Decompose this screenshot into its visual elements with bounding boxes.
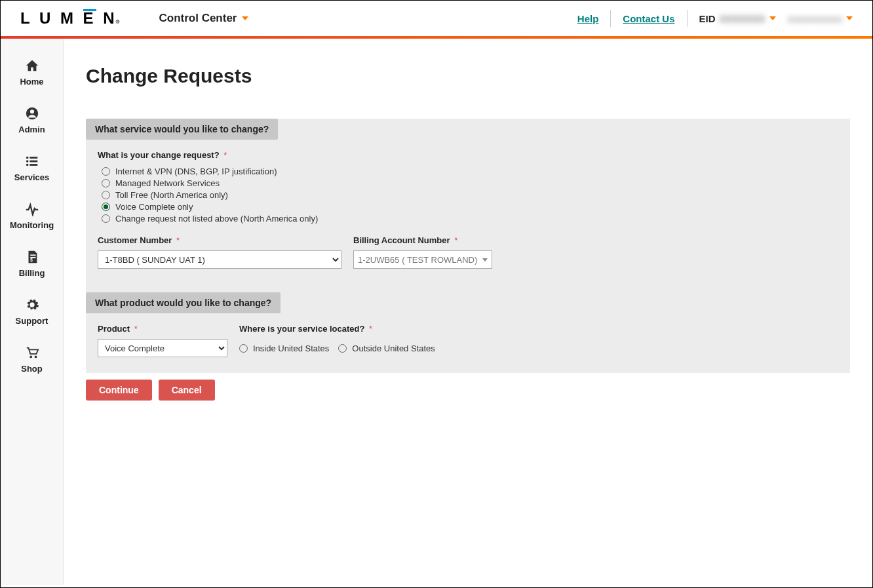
sidebar-item-label: Services: [14, 172, 50, 182]
sidebar-item-label: Shop: [21, 364, 43, 374]
required-asterisk: *: [223, 150, 227, 160]
sidebar-item-label: Home: [20, 77, 43, 87]
sidebar-item-admin[interactable]: Admin: [1, 106, 63, 134]
chevron-down-icon: [846, 16, 853, 20]
sidebar: Home Admin Services Monitoring $ Billing…: [1, 39, 64, 585]
chevron-down-icon: [242, 16, 248, 20]
eid-label: EID: [699, 13, 716, 24]
user-dropdown[interactable]: xxxxxxxxxx: [788, 13, 853, 24]
product-select[interactable]: Voice Complete: [98, 339, 227, 357]
required-asterisk: *: [176, 235, 180, 245]
svg-point-11: [29, 356, 32, 359]
section2-heading: What product would you like to change?: [86, 292, 281, 313]
radio-label: Inside United States: [253, 343, 329, 353]
activity-icon: [25, 202, 39, 216]
svg-rect-3: [29, 157, 37, 159]
required-asterisk: *: [454, 235, 457, 245]
radio-label: Outside United States: [352, 343, 435, 353]
home-icon: [25, 58, 39, 73]
radio-label: Toll Free (North America only): [115, 190, 228, 200]
user-value: xxxxxxxxxx: [788, 13, 842, 24]
radio-icon: [102, 214, 110, 223]
svg-rect-5: [29, 161, 37, 163]
radio-label: Managed Network Services: [115, 178, 220, 188]
section-service-change: What service would you like to change? W…: [86, 119, 850, 284]
svg-point-6: [26, 164, 28, 167]
sidebar-item-label: Monitoring: [10, 220, 54, 230]
sidebar-item-billing[interactable]: $ Billing: [1, 250, 63, 278]
radio-inside-us[interactable]: Inside United States: [239, 343, 329, 353]
svg-rect-7: [29, 164, 37, 166]
chevron-down-icon: [769, 16, 776, 20]
header-right: Help Contact Us EID XXXXXXX xxxxxxxxxx: [577, 10, 853, 27]
customer-number-select[interactable]: 1-T8BD ( SUNDAY UAT 1): [98, 250, 341, 269]
change-request-radios: Internet & VPN (DNS, BGP, IP justificati…: [102, 167, 838, 224]
svg-point-2: [26, 157, 28, 159]
billing-account-value: 1-2UWB65 ( TEST ROWLAND): [358, 255, 477, 265]
sidebar-item-label: Billing: [19, 268, 45, 278]
billing-account-label: Billing Account Number: [353, 235, 450, 245]
location-label: Where is your service located?: [239, 324, 364, 334]
svg-point-12: [34, 356, 37, 359]
radio-managed-network[interactable]: Managed Network Services: [102, 178, 838, 188]
sidebar-item-label: Support: [16, 316, 48, 326]
page-title: Change Requests: [86, 65, 850, 87]
section1-heading: What service would you like to change?: [86, 119, 278, 140]
eid-value: XXXXXXX: [720, 13, 766, 24]
brand-logo: L U M E N®: [20, 9, 119, 28]
required-asterisk: *: [134, 324, 138, 334]
control-center-dropdown[interactable]: Control Center: [159, 12, 248, 25]
billing-icon: $: [25, 250, 39, 264]
continue-button[interactable]: Continue: [86, 380, 152, 401]
cart-icon: [25, 345, 39, 360]
radio-label: Internet & VPN (DNS, BGP, IP justificati…: [115, 167, 277, 176]
action-buttons: Continue Cancel: [86, 380, 850, 401]
help-link[interactable]: Help: [577, 13, 599, 24]
svg-text:$: $: [30, 258, 33, 263]
change-request-label: What is your change request?: [98, 150, 220, 160]
cancel-button[interactable]: Cancel: [159, 380, 215, 401]
sidebar-item-home[interactable]: Home: [1, 58, 63, 87]
divider: [610, 10, 611, 27]
eid-dropdown[interactable]: EID XXXXXXX: [699, 13, 776, 24]
radio-icon: [102, 203, 110, 211]
radio-label: Voice Complete only: [115, 202, 193, 212]
radio-not-listed[interactable]: Change request not listed above (North A…: [102, 214, 838, 224]
radio-icon: [102, 191, 110, 199]
radio-toll-free[interactable]: Toll Free (North America only): [102, 190, 838, 200]
product-label: Product: [98, 324, 130, 334]
radio-label: Change request not listed above (North A…: [115, 214, 318, 224]
content-area: Change Requests What service would you l…: [64, 39, 872, 585]
sidebar-item-support[interactable]: Support: [1, 298, 63, 326]
gear-icon: [25, 298, 39, 312]
control-center-label: Control Center: [159, 12, 237, 25]
sidebar-item-shop[interactable]: Shop: [1, 345, 63, 374]
radio-icon: [239, 344, 248, 353]
sidebar-item-services[interactable]: Services: [1, 154, 63, 182]
radio-internet-vpn[interactable]: Internet & VPN (DNS, BGP, IP justificati…: [102, 167, 838, 176]
required-asterisk: *: [369, 324, 372, 334]
radio-icon: [102, 167, 110, 176]
radio-icon: [338, 344, 347, 353]
radio-outside-us[interactable]: Outside United States: [338, 343, 435, 353]
billing-account-select[interactable]: 1-2UWB65 ( TEST ROWLAND): [353, 250, 492, 269]
user-icon: [25, 106, 39, 121]
list-icon: [25, 154, 39, 168]
svg-point-1: [29, 109, 33, 113]
top-header: L U M E N® Control Center Help Contact U…: [1, 1, 872, 39]
svg-rect-8: [30, 254, 35, 256]
chevron-down-icon: [482, 258, 488, 262]
divider: [687, 10, 688, 27]
radio-icon: [102, 179, 110, 187]
section-product-change: What product would you like to change? P…: [86, 284, 850, 373]
radio-voice-complete[interactable]: Voice Complete only: [102, 202, 838, 212]
svg-point-4: [26, 160, 28, 163]
customer-number-label: Customer Number: [98, 235, 172, 245]
sidebar-item-label: Admin: [18, 125, 45, 134]
contact-us-link[interactable]: Contact Us: [623, 13, 674, 24]
sidebar-item-monitoring[interactable]: Monitoring: [1, 202, 63, 230]
